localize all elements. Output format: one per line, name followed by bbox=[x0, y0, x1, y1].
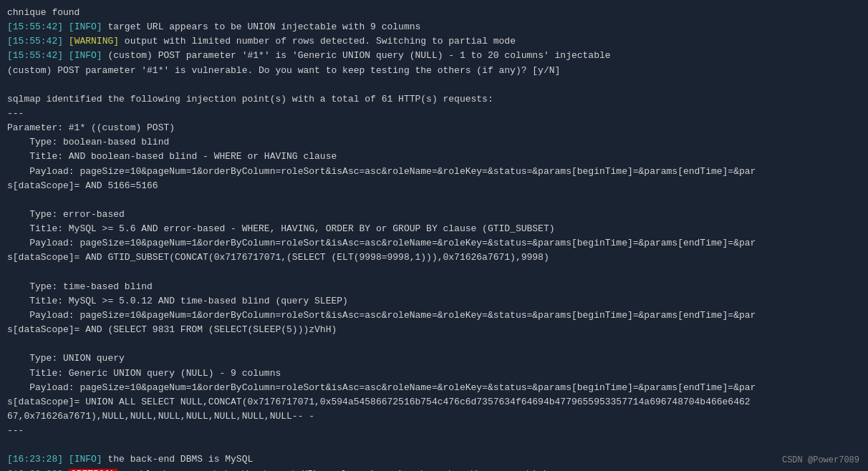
timestamp-4: [16:23:28] bbox=[7, 454, 63, 465]
msg-4: the back-end DBMS is MySQL bbox=[102, 454, 254, 465]
level-warning-1: [WARNING] bbox=[69, 36, 119, 47]
msg-1: target URL appears to be UNION injectabl… bbox=[102, 21, 421, 32]
line-type-boolean: Type: boolean-based blind bbox=[7, 135, 861, 150]
line-payload-time-cont: s[dataScope]= AND (SELECT 9831 FROM (SEL… bbox=[7, 323, 861, 337]
line-payload-boolean: Payload: pageSize=10&pageNum=1&orderByCo… bbox=[7, 165, 861, 179]
line-payload-union-cont1: s[dataScope]= UNION ALL SELECT NULL,CONC… bbox=[7, 395, 861, 409]
line-payload-union: Payload: pageSize=10&pageNum=1&orderByCo… bbox=[7, 381, 861, 395]
level-info-2: [INFO] bbox=[69, 50, 102, 61]
critical-badge: CRITICAL bbox=[69, 469, 117, 472]
line-type-union: Type: UNION query bbox=[7, 351, 861, 366]
watermark: CSDN @Power7089 bbox=[782, 455, 859, 465]
line-title-boolean: Title: AND boolean-based blind - WHERE o… bbox=[7, 150, 861, 164]
line-partial: chnique found bbox=[7, 6, 861, 20]
level-info-1: [INFO] bbox=[69, 21, 102, 32]
line-info-2: [15:55:42] [INFO] (custom) POST paramete… bbox=[7, 49, 861, 63]
line-info-dbms: [16:23:28] [INFO] the back-end DBMS is M… bbox=[7, 452, 861, 467]
line-separator-2: --- bbox=[7, 424, 861, 438]
terminal-window: chnique found [15:55:42] [INFO] target U… bbox=[0, 0, 868, 471]
blank-5 bbox=[7, 438, 861, 452]
line-payload-union-cont2: 67,0x71626a7671),NULL,NULL,NULL,NULL,NUL… bbox=[7, 409, 861, 424]
msg-critical: unable to connect to the target URL. sql… bbox=[117, 469, 548, 472]
msg-3: (custom) POST parameter '#1*' is 'Generi… bbox=[102, 50, 611, 61]
line-separator-1: --- bbox=[7, 107, 861, 121]
line-payload-error: Payload: pageSize=10&pageNum=1&orderByCo… bbox=[7, 236, 861, 251]
line-info-1: [15:55:42] [INFO] target URL appears to … bbox=[7, 20, 861, 34]
timestamp-3: [15:55:42] bbox=[7, 50, 63, 61]
line-payload-boolean-cont: s[dataScope]= AND 5166=5166 bbox=[7, 179, 861, 193]
line-title-union: Title: Generic UNION query (NULL) - 9 co… bbox=[7, 366, 861, 381]
line-vuln-prompt: (custom) POST parameter '#1*' is vulnera… bbox=[7, 64, 861, 78]
blank-4 bbox=[7, 337, 861, 351]
line-param: Parameter: #1* ((custom) POST) bbox=[7, 121, 861, 135]
terminal-output: chnique found [15:55:42] [INFO] target U… bbox=[7, 6, 861, 471]
line-payload-time: Payload: pageSize=10&pageNum=1&orderByCo… bbox=[7, 309, 861, 323]
blank-1 bbox=[7, 78, 861, 92]
level-info-3: [INFO] bbox=[69, 454, 102, 465]
timestamp-5: [16:23:28] bbox=[7, 469, 63, 472]
line-warning-1: [15:55:42] [WARNING] output with limited… bbox=[7, 34, 861, 49]
timestamp-2: [15:55:42] bbox=[7, 36, 63, 47]
blank-3 bbox=[7, 266, 861, 280]
line-identified: sqlmap identified the following injectio… bbox=[7, 92, 861, 107]
line-title-time: Title: MySQL >= 5.0.12 AND time-based bl… bbox=[7, 294, 861, 309]
blank-2 bbox=[7, 193, 861, 208]
line-payload-error-cont: s[dataScope]= AND GTID_SUBSET(CONCAT(0x7… bbox=[7, 251, 861, 265]
line-type-time: Type: time-based blind bbox=[7, 280, 861, 294]
line-title-error: Title: MySQL >= 5.6 AND error-based - WH… bbox=[7, 222, 861, 236]
line-critical: [16:23:28] CRITICAL unable to connect to… bbox=[7, 467, 861, 472]
line-type-error: Type: error-based bbox=[7, 208, 861, 222]
msg-2: output with limited number of rows detec… bbox=[119, 36, 516, 47]
timestamp-1: [15:55:42] bbox=[7, 21, 63, 32]
